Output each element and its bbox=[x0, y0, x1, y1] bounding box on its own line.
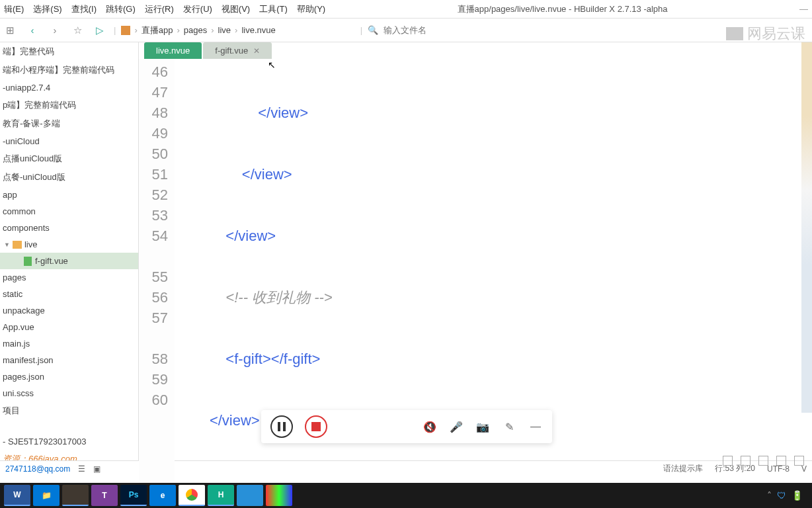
pause-button[interactable] bbox=[270, 415, 293, 438]
sidebar-item[interactable]: pages bbox=[0, 269, 138, 286]
taskbar-photoshop[interactable]: Ps bbox=[120, 485, 147, 506]
sidebar-item[interactable]: components bbox=[0, 220, 138, 236]
minimize-icon[interactable]: — bbox=[528, 421, 543, 433]
sidebar-item[interactable]: -uniapp2.7.4 bbox=[0, 79, 138, 96]
sidebar-item[interactable]: App.vue bbox=[0, 319, 138, 335]
menu-help[interactable]: 帮助(Y) bbox=[297, 3, 325, 15]
taskbar-teams[interactable]: T bbox=[91, 485, 118, 506]
search-input[interactable] bbox=[384, 25, 463, 35]
taskbar: W 📁 T Ps e H ˄ 🛡 🔋 bbox=[0, 483, 812, 508]
nav-root-icon[interactable]: ⊞ bbox=[1, 24, 19, 36]
taskbar-edge[interactable]: e bbox=[149, 485, 176, 506]
cursor-icon: ↖ bbox=[268, 60, 276, 70]
list-icon[interactable]: ☰ bbox=[78, 464, 85, 474]
status-icons bbox=[720, 454, 807, 467]
terminal-icon[interactable] bbox=[723, 456, 733, 466]
menu-bar: 辑(E) 选择(S) 查找(I) 跳转(G) 运行(R) 发行(U) 视图(V)… bbox=[0, 0, 812, 19]
nav-back-icon[interactable]: ‹ bbox=[24, 24, 41, 36]
sidebar-folder-live[interactable]: live bbox=[0, 236, 138, 253]
output-icon[interactable] bbox=[758, 456, 768, 466]
folder-icon bbox=[13, 241, 22, 249]
vue-file-icon bbox=[24, 257, 32, 266]
sidebar-footer: - SJE5T17923017003 bbox=[0, 433, 138, 450]
tray-up-icon[interactable]: ˄ bbox=[767, 490, 772, 501]
folder-icon bbox=[121, 26, 130, 35]
tab-live-nvue[interactable]: live.nvue bbox=[144, 42, 202, 59]
bc-live[interactable]: live bbox=[218, 25, 231, 35]
sidebar-item[interactable]: common bbox=[0, 203, 138, 220]
toolbar: ⊞ ‹ › ☆ ▷ | › 直播app › pages › live › liv… bbox=[0, 19, 812, 42]
sidebar-item[interactable]: pages.json bbox=[0, 368, 138, 385]
menu-find[interactable]: 查找(I) bbox=[71, 3, 97, 15]
bc-pages[interactable]: pages bbox=[184, 25, 207, 35]
preview-icon[interactable] bbox=[741, 456, 751, 466]
close-icon[interactable]: ✕ bbox=[253, 46, 260, 56]
sidebar-item[interactable]: 端和小程序端】完整前端代码 bbox=[0, 61, 138, 79]
sidebar-item[interactable]: -uniCloud bbox=[0, 133, 138, 149]
taskbar-hbuilder[interactable]: H bbox=[208, 485, 234, 506]
taskbar-app[interactable] bbox=[237, 485, 263, 506]
sidebar-item[interactable]: 项目 bbox=[0, 402, 138, 420]
taskbar-app[interactable] bbox=[266, 485, 292, 506]
play-icon[interactable]: ▷ bbox=[91, 24, 108, 36]
breadcrumb: › 直播app › pages › live › live.nvue bbox=[121, 24, 275, 36]
sidebar-item[interactable]: p端】完整前端代码 bbox=[0, 96, 138, 114]
debug-icon[interactable] bbox=[794, 456, 804, 466]
mic-icon[interactable]: 🎤 bbox=[449, 421, 464, 433]
bc-app[interactable]: 直播app bbox=[142, 24, 173, 36]
sidebar-footer2: 资源：666java.com bbox=[0, 450, 138, 460]
recording-toolbar: 🔇 🎤 📷 ✎ — bbox=[261, 410, 552, 443]
pen-icon[interactable]: ✎ bbox=[502, 421, 516, 433]
stop-button[interactable] bbox=[305, 415, 327, 438]
sidebar-item[interactable]: static bbox=[0, 286, 138, 302]
editor: live.nvue f-gift.vue ✕ 46474849505152535… bbox=[139, 42, 812, 460]
sidebar-item[interactable]: 点餐-uniCloud版 bbox=[0, 168, 138, 187]
taskbar-sublime[interactable] bbox=[62, 485, 89, 506]
watermark-icon bbox=[726, 27, 743, 40]
status-email[interactable]: 2747118@qq.com bbox=[5, 464, 70, 474]
mute-icon[interactable]: 🔇 bbox=[423, 421, 437, 433]
menu-build[interactable]: 发行(U) bbox=[183, 3, 212, 15]
minimize-icon[interactable]: — bbox=[799, 4, 808, 14]
line-gutter: 464748495051525354555657585960 bbox=[139, 59, 175, 508]
sidebar-item[interactable]: app bbox=[0, 187, 138, 203]
camera-icon[interactable]: 📷 bbox=[475, 421, 490, 433]
console-icon[interactable] bbox=[776, 456, 786, 466]
watermark: 网易云课 bbox=[726, 24, 805, 44]
taskbar-chrome[interactable] bbox=[179, 485, 205, 506]
taskbar-explorer[interactable]: 📁 bbox=[33, 485, 60, 506]
tab-fgift-vue[interactable]: f-gift.vue ✕ bbox=[203, 42, 272, 59]
sidebar-item[interactable]: unpackage bbox=[0, 302, 138, 319]
editor-tabs: live.nvue f-gift.vue ✕ bbox=[139, 42, 812, 59]
sidebar-item[interactable]: manifest.json bbox=[0, 352, 138, 368]
sidebar: 端】完整代码 端和小程序端】完整前端代码 -uniapp2.7.4 p端】完整前… bbox=[0, 42, 139, 460]
menu-select[interactable]: 选择(S) bbox=[33, 3, 61, 15]
bc-file[interactable]: live.nvue bbox=[241, 25, 275, 35]
sidebar-item[interactable]: main.js bbox=[0, 335, 138, 352]
sidebar-item[interactable]: uni.scss bbox=[0, 385, 138, 402]
menu-edit[interactable]: 辑(E) bbox=[4, 3, 24, 15]
terminal-icon[interactable]: ▣ bbox=[93, 464, 101, 474]
sidebar-item[interactable]: 端】完整代码 bbox=[0, 42, 138, 61]
taskbar-word[interactable]: W bbox=[4, 485, 30, 506]
menu-view[interactable]: 视图(V) bbox=[222, 3, 250, 15]
sidebar-item[interactable]: 教育-备课-多端 bbox=[0, 114, 138, 133]
menu-run[interactable]: 运行(R) bbox=[145, 3, 174, 15]
window-title: 直播app/pages/live/live.nvue - HBuilder X … bbox=[458, 3, 668, 15]
star-icon[interactable]: ☆ bbox=[69, 24, 86, 36]
tray-battery-icon[interactable]: 🔋 bbox=[792, 490, 803, 501]
menu-goto[interactable]: 跳转(G) bbox=[106, 3, 136, 15]
sidebar-item[interactable]: 点播uniCloud版 bbox=[0, 149, 138, 168]
nav-fwd-icon[interactable]: › bbox=[46, 24, 63, 36]
minimap[interactable] bbox=[801, 42, 812, 413]
system-tray[interactable]: ˄ 🛡 🔋 bbox=[767, 490, 808, 501]
menu-tools[interactable]: 工具(T) bbox=[259, 3, 288, 15]
search-icon[interactable]: 🔍 bbox=[368, 25, 378, 35]
sidebar-file-fgift[interactable]: f-gift.vue bbox=[0, 253, 138, 269]
tray-shield-icon[interactable]: 🛡 bbox=[777, 490, 786, 501]
